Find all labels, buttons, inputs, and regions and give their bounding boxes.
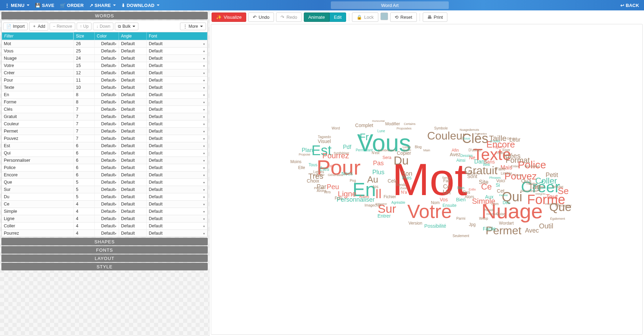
cell-size[interactable]: 10 [74,84,95,91]
cell-font[interactable]: Default [147,215,207,222]
cloud-word[interactable]: Sera [383,156,391,160]
chevron-down-icon[interactable] [115,63,117,68]
cell-font[interactable]: Default [147,230,207,237]
cell-color[interactable]: Default [95,128,119,135]
cell-word[interactable]: Forme [2,99,74,106]
cell-font[interactable]: Default [147,55,207,62]
cloud-word[interactable]: Avez [450,152,461,157]
cloud-word[interactable]: N'est [372,151,379,155]
table-row[interactable]: Clés7DefaultDefaultDefault [2,106,207,113]
redo-button[interactable]: ↷Redo [276,12,302,22]
cloud-word[interactable]: Fois [335,196,343,200]
cell-angle[interactable]: Default [119,164,147,171]
cloud-word[interactable]: Entrer [377,213,390,218]
cloud-word[interactable]: Généré [507,137,517,140]
cell-word[interactable]: Texte [2,84,74,91]
cell-word[interactable]: Permet [2,128,74,135]
cell-angle[interactable]: Default [119,40,147,47]
cloud-word[interactable]: Avec [525,227,539,234]
chevron-down-icon[interactable] [203,224,205,228]
cloud-word[interactable]: Du [394,154,409,166]
cell-color[interactable]: Default [95,62,119,69]
cell-word[interactable]: Créer [2,69,74,76]
table-row[interactable]: Sur5DefaultDefaultDefault [2,186,207,193]
cloud-word[interactable]: Pdf [343,144,351,150]
chevron-down-icon[interactable] [203,41,205,46]
cloud-word[interactable]: Outil [539,222,553,229]
cell-color[interactable]: Default [95,40,119,47]
cloud-word[interactable]: Blog [415,145,422,149]
cloud-word[interactable]: Url [443,189,450,195]
cell-word[interactable]: Gratuit [2,113,74,120]
cell-color[interactable]: Default [95,208,119,215]
cell-font[interactable]: Default [147,201,207,208]
table-row[interactable]: Pourrez4DefaultDefaultDefault [2,229,207,237]
cell-font[interactable]: Default [147,142,207,149]
table-row[interactable]: Ligne4DefaultDefaultDefault [2,215,207,222]
cloud-word[interactable]: Png [350,179,356,183]
chevron-down-icon[interactable] [203,216,205,221]
cloud-word[interactable]: Pense [536,185,545,188]
cell-font[interactable]: Default [147,150,207,157]
cell-angle[interactable]: Default [119,91,147,98]
cloud-word[interactable]: Seront [442,176,452,179]
download-button[interactable]: ⬇DOWNLOAD [119,2,162,9]
cell-size[interactable]: 5 [74,193,95,200]
chevron-down-icon[interactable] [115,129,117,134]
cloud-word[interactable]: Tout [546,194,558,200]
cell-angle[interactable]: Default [119,113,147,120]
cloud-word[interactable]: Seulement [453,234,469,238]
table-row[interactable]: Coller4DefaultDefaultDefault [2,222,207,229]
cloud-word[interactable]: Com [491,202,499,206]
cloud-word[interactable]: Tagxedo [318,135,331,139]
accordion-shapes[interactable]: SHAPES [1,238,208,245]
cloud-word[interactable]: Horizontal [372,120,385,123]
cell-word[interactable]: Pourrez [2,230,74,237]
chevron-down-icon[interactable] [115,158,117,163]
cell-color[interactable]: Default [95,222,119,229]
cell-angle[interactable]: Default [119,55,147,62]
cell-font[interactable]: Default [147,84,207,91]
cloud-word[interactable]: Plus [372,169,385,175]
cloud-word[interactable]: Pas [373,160,384,166]
cell-word[interactable]: Ce [2,201,74,208]
cell-size[interactable]: 7 [74,128,95,135]
cell-font[interactable]: Default [147,91,207,98]
table-row[interactable]: Couleur7DefaultDefaultDefault [2,120,207,127]
cell-font[interactable]: Default [147,222,207,229]
cell-size[interactable]: 4 [74,215,95,222]
cell-color[interactable]: Default [95,164,119,171]
cloud-word[interactable]: Phrases [489,176,501,179]
chevron-down-icon[interactable] [115,180,117,185]
accordion-words[interactable]: WORDS [1,12,208,19]
cell-angle[interactable]: Default [119,230,147,237]
chevron-down-icon[interactable] [203,151,205,156]
cloud-word[interactable]: Co [443,184,450,190]
cloud-word[interactable]: Certains [404,122,416,125]
canvas[interactable]: MotVousNuageVotreCréerPourTexteEnFormeCl… [211,24,643,335]
animate-button[interactable]: Animate [304,12,329,22]
col-color[interactable]: Color [95,32,119,40]
cloud-word[interactable]: Ensuite [443,203,456,208]
cell-angle[interactable]: Default [119,120,147,127]
accordion-layout[interactable]: LAYOUT [1,254,208,262]
print-button[interactable]: 🖶Print [423,12,448,22]
accordion-style[interactable]: STYLE [1,263,208,270]
cell-size[interactable]: 8 [74,91,95,98]
cell-angle[interactable]: Default [119,106,147,113]
cloud-word[interactable]: Si [496,183,500,187]
table-row[interactable]: Vous25DefaultDefaultDefault [2,47,207,54]
cell-font[interactable]: Default [147,40,207,47]
cloud-word[interactable]: Importer [313,173,325,176]
cloud-word[interactable]: Parmi [456,217,465,220]
table-row[interactable]: Simple4DefaultDefaultDefault [2,208,207,215]
cell-angle[interactable]: Default [119,77,147,84]
cell-size[interactable]: 15 [74,62,95,69]
chevron-down-icon[interactable] [203,49,205,53]
cell-font[interactable]: Default [147,62,207,69]
cell-angle[interactable]: Default [119,84,147,91]
cloud-word[interactable]: Entier [511,165,519,168]
cell-word[interactable]: Couleur [2,120,74,127]
cloud-word[interactable]: Site [479,179,489,185]
cloud-word[interactable]: Format [506,157,530,164]
